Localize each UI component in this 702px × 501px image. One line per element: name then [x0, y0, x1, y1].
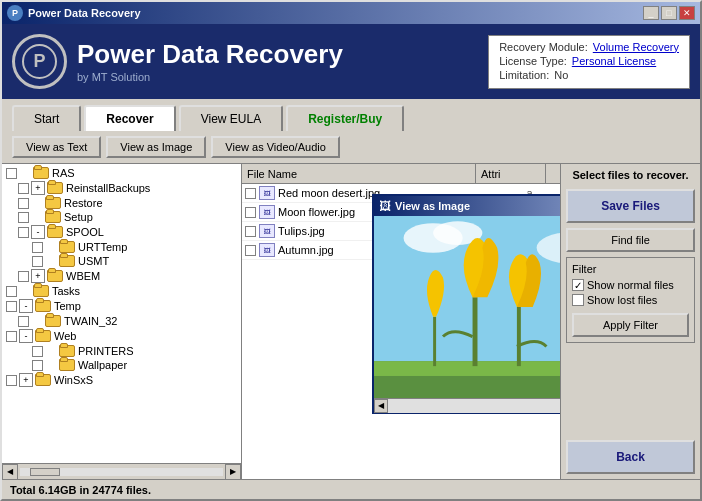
logo-circle: P: [12, 34, 67, 89]
tabs-area: Start Recover View EULA Register/Buy: [2, 99, 700, 131]
window-title: Power Data Recovery: [28, 7, 141, 19]
popup-title-icon: 🖼: [379, 199, 391, 213]
tree-item[interactable]: + WinSxS: [4, 372, 239, 388]
svg-rect-5: [374, 361, 560, 376]
tree-checkbox[interactable]: [6, 168, 17, 179]
file-checkbox[interactable]: [245, 226, 256, 237]
tree-checkbox[interactable]: [32, 346, 43, 357]
tree-item[interactable]: RAS: [4, 166, 239, 180]
file-checkbox[interactable]: [245, 188, 256, 199]
tree-checkbox[interactable]: [18, 227, 29, 238]
show-lost-checkbox[interactable]: [572, 294, 584, 306]
tree-expander[interactable]: -: [19, 329, 33, 343]
tree-item[interactable]: Restore: [4, 196, 239, 210]
svg-rect-8: [433, 317, 436, 366]
file-name-header[interactable]: File Name: [242, 164, 476, 183]
tree-item[interactable]: Tasks: [4, 284, 239, 298]
popup-title-bar: 🖼 View as Image _ □ ✕: [374, 196, 560, 216]
tree-expander[interactable]: +: [19, 373, 33, 387]
tree-checkbox[interactable]: [6, 331, 17, 342]
tab-view-eula[interactable]: View EULA: [179, 105, 283, 131]
show-normal-checkbox[interactable]: ✓: [572, 279, 584, 291]
folder-icon: [33, 167, 49, 179]
minimize-button[interactable]: _: [643, 6, 659, 20]
folder-icon: [33, 285, 49, 297]
file-checkbox[interactable]: [245, 207, 256, 218]
left-panel: RAS + ReinstallBackups Restore: [2, 164, 242, 479]
apply-filter-button[interactable]: Apply Filter: [572, 313, 689, 337]
tab-register-buy[interactable]: Register/Buy: [286, 105, 404, 131]
scroll-left-button[interactable]: ◀: [2, 464, 18, 480]
tree-checkbox[interactable]: [6, 301, 17, 312]
filter-title: Filter: [572, 263, 689, 275]
popup-scroll-track-h[interactable]: [388, 399, 560, 413]
logo-text-area: Power Data Recovery by MT Solution: [77, 40, 343, 83]
show-normal-row: ✓ Show normal files: [572, 279, 689, 291]
filter-group: Filter ✓ Show normal files Show lost fil…: [566, 257, 695, 343]
close-button[interactable]: ✕: [679, 6, 695, 20]
tree-checkbox[interactable]: [32, 360, 43, 371]
tree-item[interactable]: - Web: [4, 328, 239, 344]
tree-item[interactable]: + WBEM: [4, 268, 239, 284]
scroll-track[interactable]: [20, 468, 223, 476]
tree-item[interactable]: Setup: [4, 210, 239, 224]
scroll-right-button[interactable]: ▶: [225, 464, 241, 480]
file-list-header: File Name Attri: [242, 164, 560, 184]
limitation-value: No: [554, 69, 568, 81]
tree-expander[interactable]: -: [19, 299, 33, 313]
folder-icon: [47, 182, 63, 194]
tree-item[interactable]: Wallpaper: [4, 358, 239, 372]
title-bar-left: P Power Data Recovery: [7, 5, 141, 21]
tree-checkbox[interactable]: [6, 286, 17, 297]
file-checkbox[interactable]: [245, 245, 256, 256]
title-buttons: _ □ ✕: [643, 6, 695, 20]
tree-item[interactable]: TWAIN_32: [4, 314, 239, 328]
tab-recover[interactable]: Recover: [84, 105, 175, 131]
recovery-info: Recovery Module: Volume Recovery License…: [488, 35, 690, 89]
popup-horizontal-scrollbar[interactable]: ◀ ▶: [374, 398, 560, 412]
folder-icon: [59, 255, 75, 267]
folder-icon: [47, 226, 63, 238]
tree-checkbox[interactable]: [18, 183, 29, 194]
limitation-label: Limitation:: [499, 69, 549, 81]
tree-checkbox[interactable]: [18, 271, 29, 282]
view-as-video-button[interactable]: View as Video/Audio: [211, 136, 340, 158]
tree-item[interactable]: - SPOOL: [4, 224, 239, 240]
tree-checkbox[interactable]: [6, 375, 17, 386]
spacer: [566, 348, 695, 435]
maximize-button[interactable]: □: [661, 6, 677, 20]
tree-checkbox[interactable]: [18, 212, 29, 223]
tree-item[interactable]: - Temp: [4, 298, 239, 314]
tree-area[interactable]: RAS + ReinstallBackups Restore: [2, 164, 241, 463]
tree-item[interactable]: PRINTERS: [4, 344, 239, 358]
popup-scroll-left-button[interactable]: ◀: [374, 399, 388, 413]
scroll-thumb[interactable]: [30, 468, 60, 476]
svg-rect-6: [473, 297, 478, 366]
tree-item[interactable]: URTTemp: [4, 240, 239, 254]
view-as-image-button[interactable]: View as Image: [106, 136, 206, 158]
horizontal-scrollbar[interactable]: ◀ ▶: [2, 463, 241, 479]
folder-icon: [45, 315, 61, 327]
file-attr-header[interactable]: Attri: [476, 164, 546, 183]
file-image-icon: 🖼: [259, 224, 275, 238]
tree-expander[interactable]: +: [31, 269, 45, 283]
center-panel: File Name Attri 🖼 Red moon desert.jpg a_…: [242, 164, 560, 479]
svg-rect-7: [517, 307, 521, 366]
tree-expander[interactable]: -: [31, 225, 45, 239]
folder-icon: [35, 330, 51, 342]
tree-item[interactable]: USMT: [4, 254, 239, 268]
view-as-text-button[interactable]: View as Text: [12, 136, 101, 158]
tab-start[interactable]: Start: [12, 105, 81, 131]
tree-checkbox[interactable]: [32, 242, 43, 253]
status-text: Total 6.14GB in 24774 files.: [10, 484, 151, 496]
tree-item[interactable]: + ReinstallBackups: [4, 180, 239, 196]
save-files-button[interactable]: Save Files: [566, 189, 695, 223]
tree-expander[interactable]: +: [31, 181, 45, 195]
tree-checkbox[interactable]: [18, 316, 29, 327]
tree-checkbox[interactable]: [18, 198, 29, 209]
back-button[interactable]: Back: [566, 440, 695, 474]
folder-icon: [35, 374, 51, 386]
tree-checkbox[interactable]: [32, 256, 43, 267]
main-window: P Power Data Recovery _ □ ✕ P Power Data…: [0, 0, 702, 501]
find-file-button[interactable]: Find file: [566, 228, 695, 252]
